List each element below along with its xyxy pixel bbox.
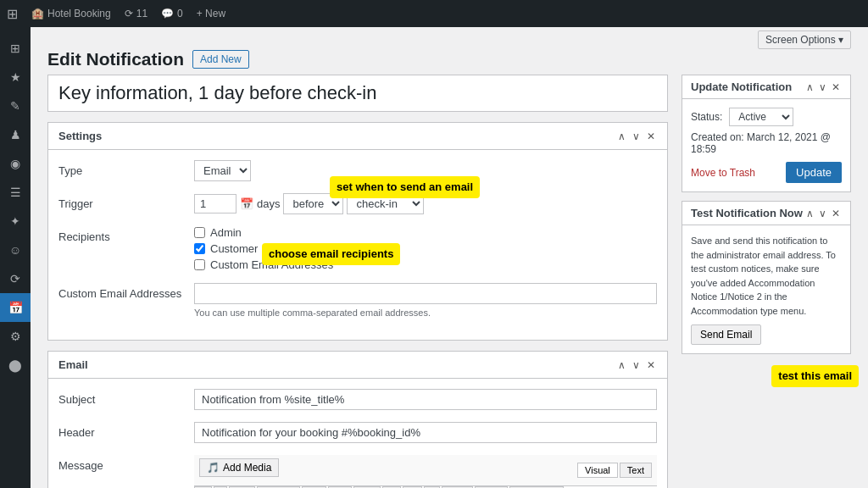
updates-count: 11: [136, 8, 147, 19]
recipients-callout-wrapper: choose email recipients: [262, 243, 400, 265]
trigger-calendar-icon: 📅: [240, 197, 253, 210]
site-name-label: Hotel Booking: [47, 8, 111, 19]
update-collapse-close[interactable]: ✕: [830, 82, 842, 92]
sidebar-icon-settings[interactable]: ⚙: [0, 322, 31, 351]
visual-tab[interactable]: Visual: [577, 463, 618, 478]
action-row: Move to Trash Update: [691, 162, 842, 183]
custom-email-row: Custom Email Addresses You can use multi…: [58, 283, 657, 318]
header-control: [194, 422, 657, 443]
type-select[interactable]: Email SMS: [194, 160, 251, 181]
header-input[interactable]: [194, 422, 657, 443]
add-new-button[interactable]: Add New: [192, 50, 249, 69]
subject-row: Subject: [58, 389, 657, 410]
custom-email-field-wrap: You can use multiple comma-separated ema…: [194, 283, 657, 318]
settings-collapse-down[interactable]: ∨: [631, 131, 642, 141]
recipients-callout: choose email recipients: [262, 243, 400, 265]
sidebar-icon-dashboard[interactable]: ⊞: [0, 34, 31, 63]
test-metabox: Test Notification Now ∧ ∨ ✕ Save and sen…: [682, 201, 851, 354]
comments-count: 0: [177, 8, 183, 19]
update-collapse-up[interactable]: ∧: [804, 82, 815, 92]
add-media-button[interactable]: 🎵 Add Media: [199, 458, 279, 477]
subject-input[interactable]: [194, 389, 657, 410]
custom-email-checkbox[interactable]: [194, 259, 205, 270]
editor-view-tabs: Visual Text: [577, 463, 652, 478]
test-metabox-title: Test Notification Now: [691, 207, 803, 219]
message-label: Message: [58, 455, 194, 472]
header-label: Header: [58, 422, 194, 439]
update-metabox-body: Status: Active Inactive Created on: Marc…: [682, 99, 850, 191]
trigger-label: Trigger: [58, 193, 194, 210]
wp-logo-item[interactable]: ⊞: [7, 6, 18, 22]
add-media-label: Add Media: [223, 462, 271, 474]
test-collapse-close[interactable]: ✕: [830, 208, 842, 219]
trigger-days-input[interactable]: [194, 194, 236, 214]
email-metabox-title: Email: [58, 358, 88, 371]
admin-bar: ⊞ 🏨 Hotel Booking ⟳ 11 💬 0 + New: [0, 0, 868, 27]
updates-item[interactable]: ⟳ 11: [125, 8, 147, 19]
custom-email-input[interactable]: [194, 283, 657, 304]
sidebar-icon-posts[interactable]: ★: [0, 63, 31, 92]
test-description: Save and send this notification to the a…: [691, 234, 842, 318]
subject-label: Subject: [58, 389, 194, 406]
new-item[interactable]: + New: [197, 8, 225, 19]
settings-collapse-up[interactable]: ∧: [616, 131, 627, 141]
test-metabox-body: Save and send this notification to the a…: [682, 225, 850, 353]
customer-checkbox[interactable]: [194, 243, 205, 254]
test-collapse-up[interactable]: ∧: [804, 208, 815, 219]
subject-control: [194, 389, 657, 410]
wp-logo-icon: ⊞: [7, 6, 18, 22]
screen-options-button[interactable]: Screen Options ▾: [758, 30, 851, 49]
sidebar-icon-users[interactable]: ☺: [0, 236, 31, 264]
email-metabox-header[interactable]: Email ∧ ∨ ✕: [48, 352, 667, 379]
admin-checkbox-item[interactable]: Admin: [194, 226, 657, 239]
sidebar-icon-media[interactable]: ✎: [0, 92, 31, 120]
sidebar-icon-appearance[interactable]: ☰: [0, 178, 31, 207]
update-metabox-header[interactable]: Update Notification ∧ ∨ ✕: [682, 75, 850, 99]
test-callout: test this email: [771, 365, 859, 387]
custom-email-help: You can use multiple comma-separated ema…: [194, 308, 657, 318]
settings-metabox-header[interactable]: Settings ∧ ∨ ✕: [48, 123, 667, 150]
status-select[interactable]: Active Inactive: [729, 108, 793, 126]
page-title: Edit Notification: [47, 49, 184, 69]
update-collapse-down[interactable]: ∨: [817, 82, 828, 92]
email-collapse-down[interactable]: ∨: [631, 360, 642, 370]
sidebar-icon-pages[interactable]: ♟: [0, 120, 31, 149]
sidebar-icon-tools[interactable]: ⟳: [0, 264, 31, 293]
test-metabox-header[interactable]: Test Notification Now ∧ ∨ ✕: [682, 202, 850, 225]
trigger-callout-wrapper: set when to send an email: [330, 176, 480, 198]
recipients-label: Recipients: [58, 226, 194, 243]
recipients-row: Recipients Admin Customer: [58, 226, 657, 271]
trash-link[interactable]: Move to Trash: [691, 167, 755, 179]
send-email-button[interactable]: Send Email: [691, 324, 761, 345]
text-tab[interactable]: Text: [620, 463, 652, 478]
email-collapse-up[interactable]: ∧: [616, 360, 627, 370]
sidebar-icon-comments[interactable]: ◉: [0, 149, 31, 178]
trigger-callout: set when to send an email: [330, 176, 480, 198]
message-row: Message 🎵 Add Media Visual Tex: [58, 455, 657, 488]
customer-label: Customer: [210, 242, 258, 255]
admin-label: Admin: [210, 226, 242, 239]
update-metabox: Update Notification ∧ ∨ ✕ Status: Active: [682, 75, 851, 192]
admin-checkbox[interactable]: [194, 227, 205, 238]
sidebar-icon-plugins[interactable]: ✦: [0, 207, 31, 236]
sidebar-icon-hotel[interactable]: 📅: [0, 293, 31, 322]
test-collapse-down[interactable]: ∨: [817, 208, 828, 219]
comments-item[interactable]: 💬 0: [161, 8, 183, 19]
status-label: Status:: [691, 111, 722, 123]
custom-email-label: Custom Email Addresses: [58, 283, 194, 300]
trigger-days-label: days: [257, 197, 280, 210]
right-sidebar: Update Notification ∧ ∨ ✕ Status: Active: [682, 75, 851, 488]
new-label: + New: [197, 8, 225, 19]
email-collapse-close[interactable]: ✕: [645, 360, 657, 370]
update-metabox-title: Update Notification: [691, 80, 792, 93]
created-text: Created on: March 12, 2021 @ 18:59: [691, 131, 842, 155]
update-button[interactable]: Update: [786, 162, 842, 183]
email-metabox-body: Subject Header: [48, 379, 667, 488]
sidebar-icon-extra1[interactable]: ⬤: [0, 351, 31, 380]
settings-collapse-close[interactable]: ✕: [645, 131, 657, 141]
notification-title-input[interactable]: [47, 75, 668, 112]
editor-top-bar: 🎵 Add Media Visual Text: [194, 455, 657, 486]
site-name-item[interactable]: 🏨 Hotel Booking: [31, 8, 111, 19]
type-label: Type: [58, 160, 194, 177]
settings-metabox-body: Type Email SMS Trigger: [48, 150, 667, 340]
